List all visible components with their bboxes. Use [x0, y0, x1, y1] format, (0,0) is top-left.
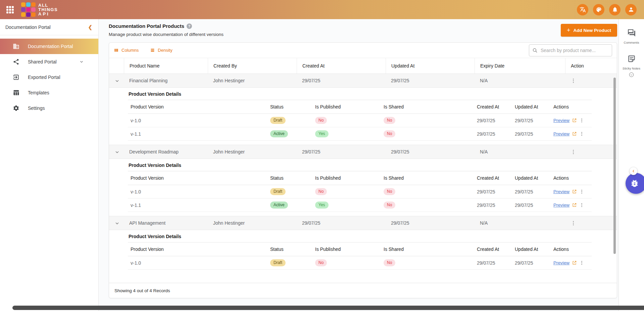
version-created-at: 29/07/25 — [474, 131, 512, 137]
sub-table-title: Product Version Details — [128, 159, 592, 171]
version-updated-at: 29/07/25 — [512, 189, 551, 194]
sub-col-header: Is Published — [312, 175, 381, 181]
sub-col-header: Product Version — [128, 104, 267, 109]
sidebar-item-exported-portal[interactable]: Exported Portal — [0, 70, 98, 85]
preview-link[interactable]: Preview — [553, 189, 569, 194]
portal-icon — [13, 43, 19, 50]
sticky-notes-icon[interactable] — [627, 54, 636, 63]
density-button[interactable]: Density — [150, 48, 172, 53]
vertical-scrollbar[interactable] — [613, 78, 616, 254]
version-row: v-1.0 Draft No No 29/07/25 29/07/25 Prev… — [128, 185, 592, 198]
add-new-product-button[interactable]: + Add New Product — [561, 24, 617, 37]
preview-link[interactable]: Preview — [553, 203, 569, 208]
version-menu-icon[interactable] — [579, 203, 584, 208]
sub-col-header: Is Shared — [381, 175, 474, 181]
version-menu-icon[interactable] — [579, 118, 584, 123]
row-menu-icon[interactable] — [571, 78, 576, 84]
sidebar-collapse-icon[interactable]: ❮ — [88, 24, 92, 30]
product-expansion: Product Version Details Product VersionS… — [109, 159, 617, 216]
product-row[interactable]: Financial Planning John Hestinger 29/07/… — [109, 74, 617, 88]
version-created-at: 29/07/25 — [474, 260, 512, 266]
created-by: John Hestinger — [208, 220, 297, 226]
sub-table-header-row: Product VersionStatusIs PublishedIs Shar… — [128, 242, 592, 256]
published-chip: No — [315, 188, 327, 195]
apps-grid-icon[interactable] — [6, 6, 14, 13]
open-preview-icon[interactable] — [572, 118, 577, 123]
shared-chip: No — [384, 259, 395, 266]
open-preview-icon[interactable] — [572, 260, 577, 265]
status-chip: Active — [270, 202, 288, 209]
templates-icon — [13, 89, 19, 96]
shared-chip: No — [384, 117, 395, 124]
created-at: 29/07/25 — [297, 149, 386, 154]
bug-report-fab[interactable] — [626, 173, 644, 194]
main-content: Documentation Portal Products ? Manage p… — [99, 19, 618, 311]
version-menu-icon[interactable] — [579, 260, 584, 265]
version-updated-at: 29/07/25 — [512, 118, 551, 123]
sidebar-item-settings[interactable]: Settings — [0, 100, 98, 116]
open-preview-icon[interactable] — [572, 131, 577, 136]
profile-icon[interactable] — [625, 4, 637, 15]
table-viewport: Product Name Created By Created At Updat… — [109, 58, 617, 283]
col-header: Product Name — [124, 58, 208, 74]
page-subtitle: Manage product wise documentation of dif… — [109, 32, 561, 37]
row-menu-icon[interactable] — [571, 149, 576, 155]
search-input[interactable] — [529, 44, 612, 56]
settings-gear-icon — [13, 105, 19, 112]
shared-chip: No — [384, 202, 395, 209]
sub-table-header-row: Product VersionStatusIs PublishedIs Shar… — [128, 100, 592, 114]
version-updated-at: 29/07/25 — [512, 260, 551, 266]
sub-table-title: Product Version Details — [128, 88, 592, 100]
comments-icon[interactable] — [627, 29, 636, 37]
expand-toggle-icon[interactable] — [114, 78, 120, 84]
col-header: Created At — [297, 58, 386, 74]
sidebar-item-templates[interactable]: Templates — [0, 85, 98, 100]
sub-col-header: Is Shared — [381, 104, 474, 109]
version-name: v-1.1 — [128, 131, 267, 137]
expand-toggle-icon[interactable] — [114, 221, 120, 226]
version-menu-icon[interactable] — [579, 189, 584, 194]
search-icon — [532, 48, 538, 53]
sticky-notes-expand-icon[interactable] — [619, 72, 644, 79]
product-row[interactable]: API Management John Hestinger 29/07/25 2… — [109, 216, 617, 230]
status-chip: Draft — [270, 259, 286, 266]
expand-toggle-icon[interactable] — [114, 149, 120, 155]
created-at: 29/07/25 — [297, 220, 386, 226]
sub-col-header: Actions — [551, 104, 592, 109]
sidebar-item-documentation-portal[interactable]: Documentation Portal — [0, 39, 98, 54]
version-updated-at: 29/07/25 — [512, 131, 551, 137]
expiry-date: N/A — [475, 220, 565, 226]
products-card: Columns Density Product Name Created By … — [109, 42, 617, 298]
sidebar-item-shared-portal[interactable]: Shared Portal — [0, 54, 98, 70]
product-row[interactable]: Development Roadmap John Hestinger 29/07… — [109, 145, 617, 159]
preview-link[interactable]: Preview — [553, 260, 569, 265]
notifications-bell-icon[interactable] — [609, 4, 621, 15]
plus-icon: + — [567, 27, 571, 33]
panel-collapse-chevron-icon[interactable] — [630, 167, 637, 175]
version-row: v-1.0 Draft No No 29/07/25 29/07/25 Prev… — [128, 114, 592, 127]
columns-button[interactable]: Columns — [114, 48, 139, 53]
status-chip: Draft — [270, 117, 286, 124]
open-preview-icon[interactable] — [572, 189, 577, 194]
preview-link[interactable]: Preview — [553, 131, 569, 136]
logo-text: ALL THINGS API — [38, 3, 58, 16]
help-icon[interactable]: ? — [187, 24, 192, 29]
row-menu-icon[interactable] — [571, 220, 576, 226]
horizontal-scrollbar[interactable] — [12, 306, 644, 310]
preview-link[interactable]: Preview — [553, 118, 569, 123]
product-expansion: Product Version Details Product VersionS… — [109, 230, 617, 274]
sub-col-header: Created At — [474, 175, 512, 181]
col-header: Created By — [208, 58, 297, 74]
sub-col-header: Updated At — [512, 104, 551, 109]
version-menu-icon[interactable] — [579, 131, 584, 136]
published-chip: No — [315, 259, 327, 266]
open-preview-icon[interactable] — [572, 203, 577, 208]
version-name: v-1.0 — [128, 260, 267, 266]
theme-palette-icon[interactable] — [593, 4, 604, 15]
created-at: 29/07/25 — [297, 78, 386, 83]
product-expansion: Product Version Details Product VersionS… — [109, 88, 617, 145]
sub-col-header: Created At — [474, 247, 512, 252]
sub-col-header: Product Version — [128, 175, 267, 181]
sub-col-header: Status — [267, 104, 312, 109]
translate-icon[interactable] — [577, 4, 588, 15]
